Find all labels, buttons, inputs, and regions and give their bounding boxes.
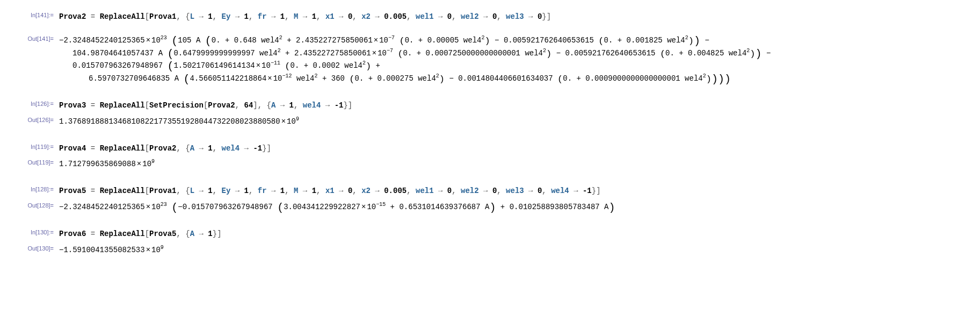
output-math-130: −1.5910041355082533×109 [59, 244, 164, 257]
output-cell-126: Out[126]= 1.3768918881346810822177355192… [16, 116, 964, 128]
in-label: In[130]:= [16, 228, 59, 235]
output-cell-119: Out[119]= 1.712799635869088×109 [16, 158, 964, 171]
out-label: Out[119]= [16, 158, 59, 166]
in-label: In[128]:= [16, 185, 59, 192]
input-cell-130: In[130]:= Prova6 = ReplaceAll[Prova5, {A… [16, 228, 964, 241]
in-label: In[141]:= [16, 11, 59, 18]
input-code-128[interactable]: Prova5 = ReplaceAll[Prova1, {L → 1, Ey →… [59, 185, 601, 198]
in-label: In[126]:= [16, 99, 59, 107]
out-label: Out[141]= [16, 34, 59, 42]
input-code-141[interactable]: Prova2 = ReplaceAll[Prova1, {L → 1, Ey →… [59, 11, 551, 24]
output-math-126: 1.37689188813468108221773551928044732208… [59, 116, 299, 128]
input-code-126[interactable]: Prova3 = ReplaceAll[SetPrecision[Prova2,… [59, 99, 352, 112]
output-cell-128: Out[128]= −2.3248452240125365×1023 (−0.0… [16, 201, 964, 214]
out-label: Out[130]= [16, 244, 59, 252]
input-code-119[interactable]: Prova4 = ReplaceAll[Prova2, {A → 1, wel4… [59, 142, 271, 155]
rules-126: A → 1, wel4 → -1 [271, 101, 343, 110]
in-label: In[119]:= [16, 142, 59, 150]
output-math-119: 1.712799635869088×109 [59, 158, 155, 171]
rules-119: A → 1, wel4 → -1 [190, 144, 262, 153]
rules-128: L → 1, Ey → 1, fr → 1, M → 1, x1 → 0, x2… [190, 187, 592, 195]
output-math-141: −2.3248452240125365×1023 (105 A (0. + 0.… [59, 34, 771, 85]
input-cell-128: In[128]:= Prova5 = ReplaceAll[Prova1, {L… [16, 185, 964, 198]
out-label: Out[128]= [16, 201, 59, 209]
input-code-130[interactable]: Prova6 = ReplaceAll[Prova5, {A → 1}] [59, 228, 222, 241]
out-label: Out[126]= [16, 116, 59, 123]
output-math-128: −2.3248452240125365×1023 (−0.01570796326… [59, 201, 615, 214]
output-cell-141: Out[141]= −2.3248452240125365×1023 (105 … [16, 34, 964, 85]
input-cell-141: In[141]:= Prova2 = ReplaceAll[Prova1, {L… [16, 11, 964, 24]
rules-130: A → 1 [190, 230, 213, 238]
rules-141: L → 1, Ey → 1, fr → 1, M → 1, x1 → 0, x2… [190, 12, 542, 21]
output-cell-130: Out[130]= −1.5910041355082533×109 [16, 244, 964, 257]
input-cell-126: In[126]:= Prova3 = ReplaceAll[SetPrecisi… [16, 99, 964, 112]
input-cell-119: In[119]:= Prova4 = ReplaceAll[Prova2, {A… [16, 142, 964, 155]
